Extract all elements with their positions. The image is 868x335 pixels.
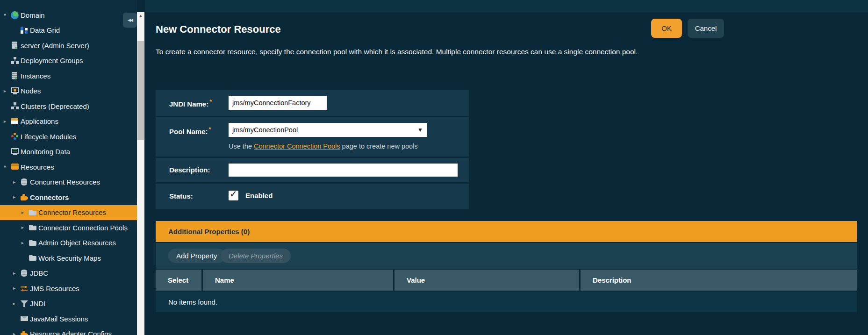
description-label: Description:	[169, 166, 210, 174]
server-icon	[11, 41, 19, 50]
column-header-name: Name	[203, 270, 393, 291]
sidebar-item-connector-connection-pools[interactable]: ►Connector Connection Pools	[0, 220, 137, 235]
collapsed-arrow-icon[interactable]: ►	[12, 332, 20, 335]
properties-empty-row: No items found.	[156, 292, 857, 312]
column-header-select: Select	[156, 270, 201, 291]
jndi-name-label: JNDI Name:*	[169, 98, 212, 108]
properties-table-header: SelectNameValueDescription	[156, 270, 857, 291]
sidebar-item-label: JMS Resources	[30, 285, 79, 292]
folder-icon	[29, 239, 37, 247]
sidebar-item-jndi[interactable]: ►JNDI	[0, 296, 137, 312]
sidebar-item-monitoring-data[interactable]: Monitoring Data	[0, 144, 137, 160]
sidebar-item-server-admin-server[interactable]: server (Admin Server)	[0, 38, 137, 53]
box-icon	[11, 163, 19, 171]
collapsed-arrow-icon[interactable]: ►	[12, 180, 20, 185]
sidebar-item-label: Concurrent Resources	[30, 178, 100, 186]
delete-properties-button[interactable]: Delete Properties	[221, 249, 291, 263]
db-icon	[20, 269, 29, 278]
monitor2-icon	[11, 148, 19, 156]
sidebar-item-label: Data Grid	[30, 26, 60, 34]
collapsed-arrow-icon[interactable]: ►	[21, 225, 29, 230]
sidebar-item-data-grid[interactable]: Data Grid	[0, 23, 137, 38]
sidebar-item-label: Connector Connection Pools	[38, 224, 128, 232]
sidebar-item-jdbc[interactable]: ►JDBC	[0, 266, 137, 281]
sidebar-item-label: Connector Resources	[38, 208, 106, 216]
required-asterisk: *	[209, 98, 212, 105]
sidebar-item-label: Domain	[21, 11, 45, 19]
status-row: Status: ✓ Enabled	[156, 184, 469, 209]
connector-connection-pools-link[interactable]: Connector Connection Pools	[254, 143, 340, 150]
network-icon	[11, 102, 19, 110]
collapsed-arrow-icon[interactable]: ►	[21, 241, 29, 245]
ok-button[interactable]: OK	[651, 19, 682, 38]
sidebar-item-admin-object-resources[interactable]: ►Admin Object Resources	[0, 235, 137, 251]
sidebar-item-deployment-groups[interactable]: Deployment Groups	[0, 53, 137, 69]
sidebar-item-domain[interactable]: ▼Domain	[0, 7, 137, 23]
sidebar-item-resources[interactable]: ▼Resources	[0, 159, 137, 175]
sidebar-item-lifecycle-modules[interactable]: Lifecycle Modules	[0, 129, 137, 144]
sidebar-item-label: JNDI	[30, 299, 45, 307]
jndi-name-row: JNDI Name:*	[156, 90, 469, 116]
puzzle-icon	[20, 193, 29, 201]
sidebar-item-label: server (Admin Server)	[21, 42, 89, 50]
main-content: New Connector Resource To create a conne…	[145, 0, 868, 335]
sidebar-item-label: Lifecycle Modules	[21, 133, 76, 141]
sidebar-item-clusters-deprecated[interactable]: Clusters (Deprecated)	[0, 99, 137, 114]
sidebar-item-label: Nodes	[21, 87, 41, 95]
sidebar-item-connector-resources[interactable]: ►Connector Resources	[0, 205, 137, 221]
navigation-sidebar: ▼DomainData Gridserver (Admin Server)Dep…	[0, 0, 137, 335]
sidebar-collapse-button[interactable]: ◀◀	[123, 13, 137, 28]
sidebar-item-label: Instances	[21, 72, 50, 80]
description-row: Description:	[156, 158, 469, 182]
sidebar-item-concurrent-resources[interactable]: ►Concurrent Resources	[0, 175, 137, 190]
sidebar-item-work-security-maps[interactable]: Work Security Maps	[0, 250, 137, 266]
expanded-arrow-icon[interactable]: ▼	[3, 13, 11, 17]
lifecycle-icon	[11, 132, 19, 141]
enabled-checkbox-label: Enabled	[245, 192, 273, 200]
status-label: Status:	[169, 192, 193, 200]
sidebar-item-instances[interactable]: Instances	[0, 68, 137, 84]
expanded-arrow-icon[interactable]: ▼	[3, 164, 11, 169]
collapsed-arrow-icon[interactable]: ►	[12, 286, 20, 291]
sidebar-item-connectors[interactable]: ►Connectors	[0, 190, 137, 205]
sidebar-scrollbar[interactable]: ▲	[137, 12, 144, 335]
required-asterisk: *	[209, 126, 211, 133]
network-icon	[11, 57, 19, 65]
folder-icon	[29, 208, 37, 217]
collapsed-arrow-icon[interactable]: ►	[3, 89, 11, 93]
dropdown-caret-icon: ▼	[417, 127, 423, 133]
sidebar-item-jms-resources[interactable]: ►JMS Resources	[0, 281, 137, 296]
pool-name-select[interactable]: jms/myConectionPool ▼	[229, 123, 427, 137]
jms-icon	[20, 284, 29, 292]
sidebar-item-resource-adapter-configs[interactable]: ►Resource Adapter Configs	[0, 327, 137, 335]
sidebar-item-label: Admin Object Resources	[38, 239, 116, 247]
jndi-name-input[interactable]	[229, 96, 327, 110]
server-icon	[11, 71, 19, 80]
apps-icon	[11, 117, 19, 126]
globe-icon	[11, 11, 19, 19]
sidebar-item-nodes[interactable]: ►Nodes	[0, 84, 137, 99]
sidebar-tree: ▼DomainData Gridserver (Admin Server)Dep…	[0, 7, 137, 335]
enabled-checkbox[interactable]: ✓	[229, 191, 238, 200]
cancel-button[interactable]: Cancel	[688, 19, 724, 38]
datagrid-icon	[20, 26, 29, 35]
page-title: New Connector Resource	[156, 23, 281, 36]
sidebar-item-label: JDBC	[30, 269, 48, 277]
sidebar-item-applications[interactable]: ►Applications	[0, 114, 137, 129]
collapsed-arrow-icon[interactable]: ►	[3, 119, 11, 124]
sidebar-item-javamail-sessions[interactable]: JavaMail Sessions	[0, 311, 137, 327]
collapsed-arrow-icon[interactable]: ►	[12, 301, 20, 306]
sidebar-item-label: Applications	[21, 117, 58, 125]
monitor-icon	[11, 87, 19, 95]
collapsed-arrow-icon[interactable]: ►	[12, 195, 20, 200]
scroll-up-arrow-icon[interactable]: ▲	[137, 12, 144, 20]
sidebar-item-label: Deployment Groups	[21, 57, 83, 64]
collapsed-arrow-icon[interactable]: ►	[21, 210, 29, 215]
scrollbar-thumb[interactable]	[137, 41, 144, 140]
mail-icon	[20, 314, 29, 323]
collapsed-arrow-icon[interactable]: ►	[12, 271, 20, 276]
checkmark-icon: ✓	[230, 188, 237, 200]
additional-properties-header: Additional Properties (0)	[156, 221, 857, 242]
add-property-button[interactable]: Add Property	[168, 249, 225, 263]
description-input[interactable]	[229, 164, 458, 177]
